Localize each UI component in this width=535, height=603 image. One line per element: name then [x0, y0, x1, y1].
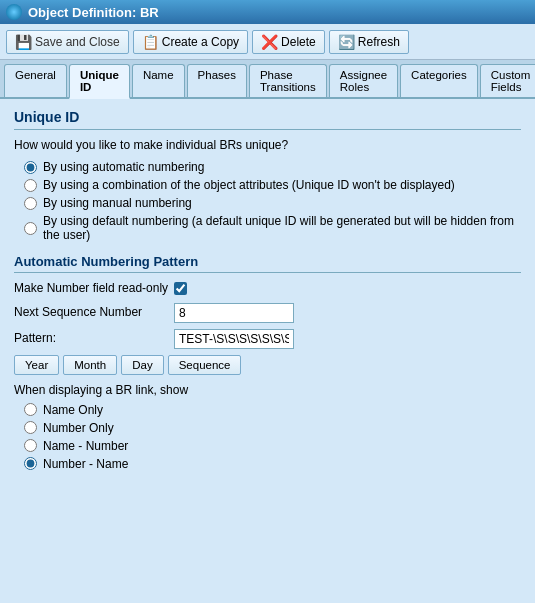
read-only-checkbox[interactable]	[174, 282, 187, 295]
refresh-button[interactable]: 🔄 Refresh	[329, 30, 409, 54]
radio-default-input[interactable]	[24, 222, 37, 235]
show-name-only[interactable]: Name Only	[24, 403, 521, 417]
show-name-number[interactable]: Name - Number	[24, 439, 521, 453]
year-button[interactable]: Year	[14, 355, 59, 375]
title-bar: Object Definition: BR	[0, 0, 535, 24]
save-close-button[interactable]: 💾 Save and Close	[6, 30, 129, 54]
radio-auto-input[interactable]	[24, 161, 37, 174]
copy-icon: 📋	[142, 34, 159, 50]
auto-numbering-section: Automatic Numbering Pattern Make Number …	[14, 254, 521, 471]
radio-manual-label: By using manual numbering	[43, 196, 192, 210]
create-copy-label: Create a Copy	[162, 35, 239, 49]
auto-numbering-title: Automatic Numbering Pattern	[14, 254, 521, 273]
save-icon: 💾	[15, 34, 32, 50]
show-name-only-input[interactable]	[24, 403, 37, 416]
show-link-label: When displaying a BR link, show	[14, 383, 521, 397]
show-link-options: Name Only Number Only Name - Number Numb…	[24, 403, 521, 471]
radio-auto-label: By using automatic numbering	[43, 160, 204, 174]
pattern-label: Pattern:	[14, 331, 174, 347]
tab-assignee-roles[interactable]: Assignee Roles	[329, 64, 398, 97]
tab-categories[interactable]: Categories	[400, 64, 478, 97]
radio-auto-numbering[interactable]: By using automatic numbering	[24, 160, 521, 174]
show-number-only-label: Number Only	[43, 421, 114, 435]
radio-manual[interactable]: By using manual numbering	[24, 196, 521, 210]
delete-label: Delete	[281, 35, 316, 49]
tab-general[interactable]: General	[4, 64, 67, 97]
delete-icon: ❌	[261, 34, 278, 50]
sequence-input[interactable]: 8	[174, 303, 294, 323]
content-area: Unique ID How would you like to make ind…	[0, 99, 535, 603]
pattern-buttons-group: Year Month Day Sequence	[14, 355, 521, 375]
section-title: Unique ID	[14, 109, 521, 130]
tab-name[interactable]: Name	[132, 64, 185, 97]
show-name-number-input[interactable]	[24, 439, 37, 452]
month-button[interactable]: Month	[63, 355, 117, 375]
uniqueness-radio-group: By using automatic numbering By using a …	[24, 160, 521, 242]
sequence-button[interactable]: Sequence	[168, 355, 242, 375]
sequence-row: Next Sequence Number 8	[14, 303, 521, 323]
question-text: How would you like to make individual BR…	[14, 138, 521, 152]
show-number-name-label: Number - Name	[43, 457, 128, 471]
tab-phase-transitions[interactable]: Phase Transitions	[249, 64, 327, 97]
show-number-only-input[interactable]	[24, 421, 37, 434]
radio-combo-label: By using a combination of the object att…	[43, 178, 455, 192]
radio-manual-input[interactable]	[24, 197, 37, 210]
create-copy-button[interactable]: 📋 Create a Copy	[133, 30, 248, 54]
show-name-only-label: Name Only	[43, 403, 103, 417]
app-icon	[6, 4, 22, 20]
pattern-row: Pattern:	[14, 329, 521, 349]
tab-custom-fields[interactable]: Custom Fields	[480, 64, 535, 97]
window-title: Object Definition: BR	[28, 5, 159, 20]
save-close-label: Save and Close	[35, 35, 120, 49]
radio-default[interactable]: By using default numbering (a default un…	[24, 214, 521, 242]
show-number-name-input[interactable]	[24, 457, 37, 470]
delete-button[interactable]: ❌ Delete	[252, 30, 325, 54]
show-name-number-label: Name - Number	[43, 439, 128, 453]
tab-bar: General Unique ID Name Phases Phase Tran…	[0, 60, 535, 99]
read-only-row: Make Number field read-only	[14, 281, 521, 297]
read-only-label: Make Number field read-only	[14, 281, 174, 297]
toolbar: 💾 Save and Close 📋 Create a Copy ❌ Delet…	[0, 24, 535, 60]
show-number-name[interactable]: Number - Name	[24, 457, 521, 471]
pattern-input[interactable]	[174, 329, 294, 349]
radio-combination[interactable]: By using a combination of the object att…	[24, 178, 521, 192]
radio-default-label: By using default numbering (a default un…	[43, 214, 521, 242]
refresh-icon: 🔄	[338, 34, 355, 50]
day-button[interactable]: Day	[121, 355, 163, 375]
sequence-label: Next Sequence Number	[14, 305, 174, 321]
tab-unique-id[interactable]: Unique ID	[69, 64, 130, 99]
show-number-only[interactable]: Number Only	[24, 421, 521, 435]
tab-phases[interactable]: Phases	[187, 64, 247, 97]
radio-combo-input[interactable]	[24, 179, 37, 192]
refresh-label: Refresh	[358, 35, 400, 49]
